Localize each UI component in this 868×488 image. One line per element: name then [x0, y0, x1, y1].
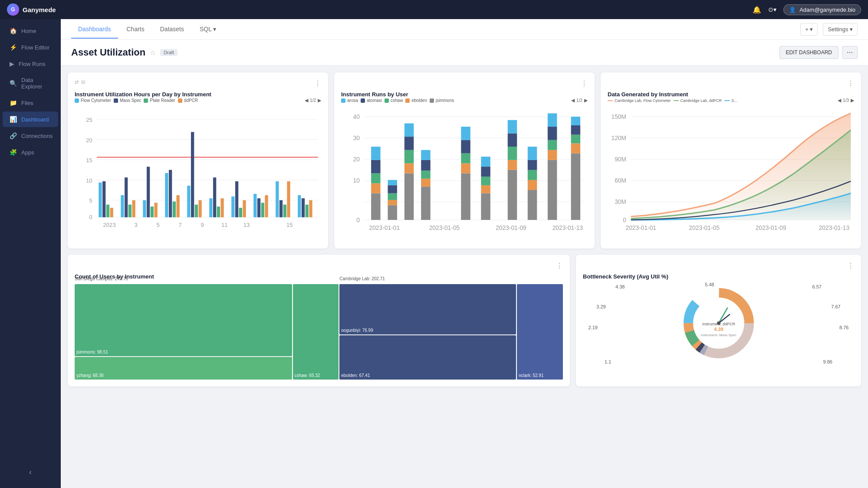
svg-rect-98 — [481, 185, 490, 193]
svg-text:30: 30 — [353, 134, 360, 141]
favorite-icon[interactable]: ☆ — [150, 49, 156, 57]
sidebar-item-flow-editor[interactable]: ⚡ Flow Editor — [3, 39, 58, 55]
svg-rect-21 — [143, 200, 146, 217]
svg-rect-50 — [302, 198, 305, 217]
sidebar-item-home[interactable]: 🏠 Home — [3, 23, 58, 39]
sidebar-bottom: ‹ — [0, 460, 61, 485]
page-title: Asset Utilization — [71, 47, 145, 58]
connections-icon: 🔗 — [10, 132, 17, 139]
svg-rect-91 — [421, 150, 430, 160]
svg-text:10: 10 — [86, 177, 92, 184]
sidebar-item-files[interactable]: 📁 Files — [3, 95, 58, 111]
help-icon[interactable]: ⊙▾ — [768, 6, 776, 13]
svg-text:0: 0 — [89, 214, 92, 220]
label-767: 7.67 — [831, 304, 840, 309]
treemap: San Diego Campus: 249.78 jsimmons: 98.51… — [75, 284, 563, 380]
chart-more-bottleneck[interactable]: ⋮ — [847, 262, 854, 270]
tab-datasets[interactable]: Datasets — [153, 20, 191, 39]
legend-prev-hours[interactable]: ◀ — [305, 98, 308, 103]
cshaw-cell: cshaw: 65.32 — [293, 284, 339, 380]
sidebar-item-data-explorer[interactable]: 🔍 Data Explorer — [3, 72, 58, 94]
add-button[interactable]: + ▾ — [800, 23, 818, 36]
chart-more-runs[interactable]: ⋮ — [581, 79, 588, 88]
svg-rect-84 — [404, 150, 414, 164]
legend-prev-data[interactable]: ◀ — [838, 98, 841, 103]
legend-dot-atomasi — [361, 98, 365, 103]
chart-title-bottleneck: Bottleneck Severity (Avg Util %) — [583, 273, 854, 280]
apps-icon: 🧩 — [10, 149, 17, 156]
legend-mass-spec: Mass Spec — [114, 98, 141, 103]
svg-rect-44 — [265, 195, 268, 217]
label-657: 6.57 — [812, 284, 822, 289]
svg-rect-74 — [371, 174, 380, 183]
tab-dashboards[interactable]: Dashboards — [71, 20, 118, 39]
legend-line-s — [724, 100, 730, 101]
cambridge-label: Cambridge Lab: 202.71 — [339, 276, 385, 281]
chart-instrument-hours: ⇄ ⊟ ⋮ Instrument Utilization Hours per D… — [68, 72, 328, 249]
legend-next-hours[interactable]: ▶ — [318, 98, 321, 103]
chart-more-data[interactable]: ⋮ — [847, 79, 854, 88]
tab-charts[interactable]: Charts — [120, 20, 151, 39]
sidebar-collapse-button[interactable]: ‹ — [0, 463, 61, 481]
cambridge-inner: oogunbiyi: 76.99 ebolden: 67.41 — [339, 284, 516, 380]
legend-prev-runs[interactable]: ◀ — [571, 98, 575, 103]
app-logo[interactable]: G Ganymede — [7, 3, 56, 16]
flow-editor-icon: ⚡ — [10, 44, 17, 51]
chart-header-user-count: ⋮ — [75, 262, 563, 270]
label-438: 4.38 — [615, 284, 625, 289]
chart-header-data: ⋮ — [608, 79, 854, 88]
svg-text:2023-01-09: 2023-01-09 — [756, 224, 786, 231]
user-menu[interactable]: 👤 Adam@ganymede.bio — [783, 4, 861, 15]
edit-dashboard-button[interactable]: EDIT DASHBOARD — [779, 46, 838, 59]
bell-icon[interactable]: 🔔 — [753, 6, 761, 14]
svg-rect-113 — [548, 150, 557, 160]
legend-next-runs[interactable]: ▶ — [584, 98, 588, 103]
yzhang-label: yzhang: 68.36 — [76, 373, 104, 378]
legend-jsimmons: jsimmons — [430, 98, 454, 103]
sidebar: 🏠 Home ⚡ Flow Editor ▶ Flow Runs 🔍 Data … — [0, 19, 61, 488]
legend-dot-ebolden — [405, 98, 410, 103]
svg-rect-114 — [548, 140, 557, 150]
svg-text:2023: 2023 — [103, 222, 116, 228]
svg-rect-94 — [461, 153, 470, 163]
user-email: Adam@ganymede.bio — [799, 7, 855, 13]
legend-cambridge-ddpcr: Cambridge Lab, ddPCR — [674, 98, 722, 103]
legend-dot-cshaw — [385, 98, 389, 103]
legend-line-cambridge-ddpcr — [674, 100, 679, 101]
svg-rect-35 — [217, 206, 220, 217]
svg-text:15: 15 — [286, 222, 293, 228]
legend-runs: arosa atomasi cshaw ebolden — [341, 98, 588, 103]
svg-rect-79 — [388, 193, 397, 200]
more-options-button[interactable]: ⋯ — [842, 46, 858, 59]
svg-text:7: 7 — [179, 222, 182, 228]
legend-next-data[interactable]: ▶ — [851, 98, 854, 103]
svg-text:4.39: 4.39 — [714, 327, 723, 332]
svg-rect-121 — [571, 117, 580, 125]
tab-sql[interactable]: SQL ▾ — [193, 20, 223, 39]
chart-header-runs: ⋮ — [341, 79, 588, 88]
label-548: 5.48 — [705, 282, 714, 287]
settings-button[interactable]: Settings ▾ — [823, 23, 858, 36]
sidebar-item-connections[interactable]: 🔗 Connections — [3, 128, 58, 144]
svg-rect-89 — [421, 170, 430, 178]
ebolden-cell: ebolden: 67.41 — [339, 335, 516, 380]
dashboard-icon: 📊 — [10, 116, 17, 123]
sidebar-item-dashboard[interactable]: 📊 Dashboard — [3, 111, 58, 127]
svg-rect-100 — [481, 167, 490, 177]
legend-s: S... — [724, 98, 737, 103]
legend-nav-hours: ◀ 1/2 ▶ — [305, 98, 321, 103]
sidebar-item-apps[interactable]: 🧩 Apps — [3, 144, 58, 160]
svg-rect-78 — [388, 200, 397, 205]
chart-more-hours[interactable]: ⋮ — [314, 79, 321, 88]
svg-rect-16 — [110, 208, 113, 217]
svg-rect-90 — [421, 160, 430, 171]
legend-cambridge-flow: Cambridge Lab, Flow Cytometer — [608, 98, 671, 103]
filter-icon[interactable]: ⇄ — [75, 79, 79, 85]
funnel-icon[interactable]: ⊟ — [81, 79, 85, 85]
chart-more-user-count[interactable]: ⋮ — [556, 262, 563, 270]
svg-rect-116 — [548, 113, 557, 127]
chart-svg-data: 150M 120M 90M 60M 30M 0 — [608, 107, 854, 240]
svg-rect-28 — [176, 195, 179, 217]
svg-rect-41 — [253, 194, 256, 217]
sidebar-item-flow-runs[interactable]: ▶ Flow Runs — [3, 56, 58, 72]
